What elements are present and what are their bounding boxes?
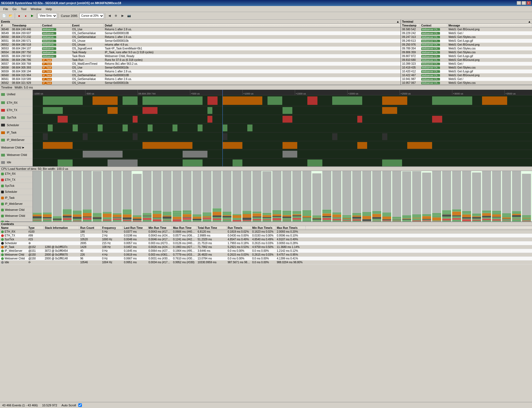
track-row[interactable] <box>33 132 532 141</box>
context-row[interactable]: ETH_TX #99 171 2 Hz 0.0198 ms 0.0043 ms … <box>0 234 532 238</box>
terminal-row[interactable]: 10.957 067 Webserver Ch... WebS: Get /St… <box>401 81 532 85</box>
terminal-row[interactable]: 10.419 435 Webserver Ch... WebS: Get /St… <box>401 66 532 70</box>
col-num[interactable]: # <box>0 24 11 27</box>
table-row[interactable]: 36561 08.604 318 589 IP_Task OS_GetSemaV… <box>0 77 400 81</box>
term-col-msg[interactable]: Message <box>447 24 532 27</box>
cpu-chart[interactable] <box>33 171 532 221</box>
table-row[interactable]: 36553 08.604 284 107 Webserve... OS_Sign… <box>0 47 400 51</box>
ctx-col-9[interactable]: Run Time/s <box>227 226 251 230</box>
terminal-row[interactable]: 09.806 359 Webserver Ch... WebS: Get /St… <box>401 51 532 54</box>
term-col-ctx[interactable]: Context <box>420 24 447 27</box>
terminal-body[interactable]: 08.580 542 Webserver Ch... WebS: Get /BG… <box>401 28 532 85</box>
ctx-col-1[interactable]: Type <box>27 226 44 230</box>
record-button[interactable]: ● <box>23 13 29 19</box>
context-row[interactable]: Webserver Chld @150 2000 @ 0x1fff9070 22… <box>0 253 532 257</box>
track-row[interactable] <box>33 141 532 150</box>
context-row[interactable]: IP_Task @152 1280 @ 0x1fff537c 1428 108 … <box>0 245 532 249</box>
menu-window[interactable]: Window <box>29 7 44 11</box>
ctx-col-8[interactable]: Total Run Time <box>197 226 227 230</box>
terminal-row[interactable]: 09.249 613 Webserver Ch... WebS: Get /Lo… <box>401 39 532 43</box>
svg-rect-58 <box>93 217 102 217</box>
table-row[interactable]: 36551 08.604 280 571 Webserve... OS_Unus… <box>0 39 400 43</box>
col-context[interactable]: Context <box>41 24 71 27</box>
timeline-tracks[interactable]: -1000 us-500 us08.604 259 744+500 us+100… <box>33 90 532 166</box>
cpu-label-text: SysTick <box>5 184 14 187</box>
col-detail[interactable]: Detail <box>104 24 400 27</box>
track-row[interactable] <box>33 150 532 159</box>
track-row[interactable] <box>33 106 532 115</box>
context-row[interactable]: IP_WebServer @151 3072 @ 0x1fff0454 40 0… <box>0 249 532 253</box>
svg-rect-281 <box>342 219 351 220</box>
zoom-in-button[interactable]: ▶ <box>120 13 126 19</box>
menu-go[interactable]: Go <box>10 7 19 11</box>
stop-button[interactable]: ■ <box>16 13 22 19</box>
context-row[interactable]: ETH_RX #100 188 5 Hz 0.0377 ms 0.0043 ms… <box>0 230 532 234</box>
menu-tool[interactable]: Tool <box>19 7 28 11</box>
auto-scroll-checkbox[interactable] <box>78 403 82 407</box>
terminal-row[interactable]: 10.420 412 Webserver Ch... WebS: Get /Lo… <box>401 70 532 73</box>
new-button[interactable]: 📄 <box>1 13 7 19</box>
terminal-row[interactable]: 09.789 354 Webserver Ch... WebS: Get /St… <box>401 47 532 51</box>
terminal-row[interactable]: 08.580 542 Webserver Ch... WebS: Get /BG… <box>401 28 532 31</box>
minimize-button[interactable]: ─ <box>517 1 521 5</box>
view-mode-select[interactable]: View Sms <box>38 13 57 19</box>
window-controls[interactable]: ─ □ ✕ <box>517 1 531 5</box>
cursor-zoom-select[interactable]: Cursor at 20% <box>79 13 104 19</box>
col-event[interactable]: Event <box>71 24 104 27</box>
ctx-col-6[interactable]: Min Run Time <box>147 226 172 230</box>
context-row[interactable]: Scheduler ⚙ 2695 215 Hz 0.0057 ms 0.003 … <box>0 241 532 245</box>
screenshot-button[interactable]: 📷 <box>126 13 132 19</box>
maximize-button[interactable]: □ <box>522 1 526 5</box>
table-row[interactable]: 36554 08.604 287 750 Webserve... Task Re… <box>0 51 400 54</box>
ctx-col-5[interactable]: Last Run Time <box>123 226 147 230</box>
menu-help[interactable]: Help <box>44 7 54 11</box>
terminal-row[interactable]: 09.807 872 Webserver Ch... WebS: Get /Lo… <box>401 54 532 58</box>
ctx-col-7[interactable]: Max Run Time <box>172 226 197 230</box>
col-timestamp[interactable]: Timestamp <box>11 24 41 27</box>
table-row[interactable]: 36555 08.604 290 932 Webserve... Task Bl… <box>0 54 400 58</box>
ctx-col-0[interactable]: Name <box>0 226 27 230</box>
track-row[interactable] <box>33 95 532 106</box>
ctx-col-10[interactable]: Min Run Time/s <box>251 226 276 230</box>
zoom-out-button[interactable]: ◀ <box>106 13 112 19</box>
event-ts: 08.604 300 768 <box>11 62 41 66</box>
play-button[interactable]: ▶ <box>29 13 35 19</box>
table-row[interactable]: 36549 08.604 269 607 Webserve... OS_GetS… <box>0 31 400 35</box>
track-row[interactable] <box>33 115 532 124</box>
context-row[interactable]: SysTick #15 10520 1000 Hz 0.0048 ms 0.00… <box>0 238 532 241</box>
menu-file[interactable]: File <box>1 7 10 11</box>
terminal-row[interactable]: 10.399 323 Webserver Ch... WebS: Get / <box>401 62 532 66</box>
table-row[interactable]: 36552 08.604 280 518 Webserve... OS_Unus… <box>0 43 400 47</box>
table-row[interactable]: 36560 08.604 315 964 IP_Task OS_GetSemaV… <box>0 73 400 77</box>
table-row[interactable]: 36562 08.604 321 929 IP_Task OS_Unuse Se… <box>0 81 400 85</box>
svg-rect-400 <box>472 216 481 217</box>
ctx-col-3[interactable]: Run Count <box>79 226 101 230</box>
table-row[interactable]: 36559 08.604 308 194 IP_Task OS_Use Retu… <box>0 70 400 73</box>
table-row[interactable]: 36557 08.604 300 768 IP_Task OS_WaitEven… <box>0 62 400 66</box>
ctx-extra <box>306 258 336 259</box>
zoom-reset-button[interactable]: ⊕ <box>113 13 119 19</box>
events-body[interactable]: 36548 08.604 249 446 Webserve... OS_Use … <box>0 28 400 85</box>
ctx-max-run: 0.1904 ms (#9506) <box>172 249 197 253</box>
context-row[interactable]: Webserver Child @150 2000 @ 0x1fff6148 9… <box>0 257 532 261</box>
terminal-row[interactable]: 09.810 680 Webserver Ch... WebS: Get /BG… <box>401 58 532 62</box>
ctx-col-11[interactable]: Max Run Time/s <box>276 226 306 230</box>
context-row[interactable]: Idle ⟳ 10546 1004 Hz 0.9951 ms 0.0034 ms… <box>0 261 532 264</box>
table-row[interactable]: 36558 08.604 305 393 IP_Task OS_Use Sema… <box>0 66 400 70</box>
term-col-ts[interactable]: Timestamp <box>401 24 420 27</box>
terminal-row[interactable]: 10.422 467 Webserver Ch... WebS: Get /BG… <box>401 73 532 77</box>
track-row[interactable] <box>33 159 532 166</box>
terminal-row[interactable]: 09.247 313 Webserver Ch... WebS: Get /St… <box>401 35 532 39</box>
table-row[interactable]: 36550 08.604 272 232 Webserve... OS_GetS… <box>0 35 400 39</box>
track-row[interactable] <box>33 124 532 132</box>
contexts-body[interactable]: ETH_RX #100 188 5 Hz 0.0377 ms 0.0043 ms… <box>0 230 532 408</box>
close-button[interactable]: ✕ <box>527 1 531 5</box>
open-button[interactable]: 📂 <box>8 13 14 19</box>
terminal-row[interactable]: 09.250 976 Webserver Ch... WebS: Get /BG… <box>401 43 532 47</box>
ctx-col-2[interactable]: Stack Information <box>44 226 79 230</box>
table-row[interactable]: 36548 08.604 249 446 Webserve... OS_Use … <box>0 28 400 31</box>
table-row[interactable]: 36556 08.604 296 786 IP_Task Task Run Ru… <box>0 58 400 62</box>
ctx-col-4[interactable]: Frequency <box>101 226 123 230</box>
terminal-row[interactable]: 10.941 987 Webserver Ch... WebS: Get / <box>401 77 532 81</box>
terminal-row[interactable]: 09.229 242 Webserver Ch... WebS: Get / <box>401 31 532 35</box>
